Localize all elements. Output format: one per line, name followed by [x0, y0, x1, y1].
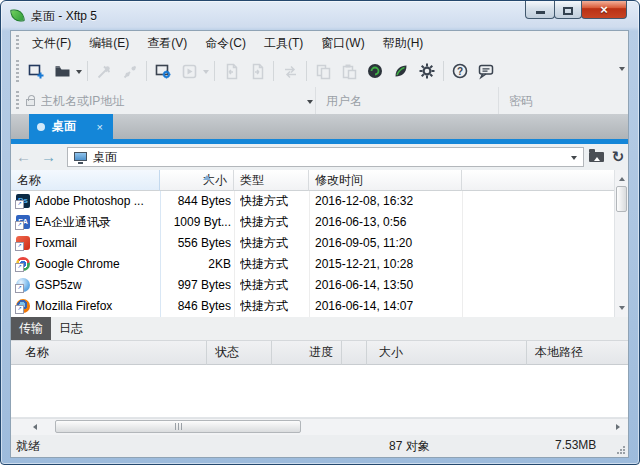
menu-item-edit[interactable]: 编辑(E): [80, 32, 138, 55]
maximize-icon: [563, 7, 573, 15]
file-row[interactable]: EA EA企业通讯录 1009 Byt... 快捷方式 2016-06-13, …: [11, 212, 614, 233]
file-name: EA企业通讯录: [35, 212, 159, 233]
new-session-button[interactable]: [23, 58, 49, 84]
copy-button[interactable]: [310, 58, 336, 84]
path-combobox[interactable]: 桌面: [67, 147, 584, 167]
horizontal-scrollbar[interactable]: [11, 418, 628, 435]
feedback-icon: [477, 62, 495, 80]
transfer-column-name[interactable]: 名称: [11, 341, 207, 365]
menu-drag-handle[interactable]: [16, 35, 19, 52]
menu-item-file[interactable]: 文件(F): [23, 32, 80, 55]
status-ready: 就绪: [16, 438, 40, 455]
file-modified: 2016-06-14, 13:50: [315, 275, 461, 296]
disconnect-button[interactable]: [117, 58, 143, 84]
xftp-window: 桌面 - Xftp 5 × 文件(F) 编辑(E) 查看(V) 命令(C) 工具…: [0, 0, 640, 465]
file-type: 快捷方式: [240, 212, 308, 233]
menu-item-help[interactable]: 帮助(H): [374, 32, 433, 55]
connect-button[interactable]: [91, 58, 117, 84]
tab-transfer[interactable]: 传输: [11, 317, 51, 340]
paste-button[interactable]: [336, 58, 362, 84]
path-dropdown-icon[interactable]: [571, 156, 577, 163]
open-dropdown-icon[interactable]: [76, 70, 82, 77]
scroll-down-button[interactable]: [615, 302, 629, 317]
tab-desktop[interactable]: 桌面 ×: [29, 114, 113, 139]
vertical-scroll-thumb[interactable]: [616, 186, 627, 212]
scroll-left-button[interactable]: [25, 419, 42, 435]
file-row[interactable]: GSP5zw 997 Bytes 快捷方式 2016-06-14, 13:50: [11, 275, 614, 296]
tab-log[interactable]: 日志: [51, 317, 91, 340]
file-name: Adobe Photoshop ...: [35, 191, 159, 212]
transfer-list-empty[interactable]: [11, 365, 628, 418]
password-input[interactable]: [509, 94, 628, 108]
close-button[interactable]: ×: [581, 1, 627, 19]
transfer-column-status[interactable]: 状态: [207, 341, 272, 365]
xshell-button[interactable]: [362, 58, 388, 84]
file-size: 1009 Byt...: [160, 212, 231, 233]
disconnect-icon: [122, 63, 139, 80]
column-header-type[interactable]: 类型: [234, 170, 309, 191]
feedback-button[interactable]: [473, 58, 499, 84]
file-size: 846 Bytes: [160, 296, 231, 317]
host-dropdown-icon[interactable]: [307, 100, 313, 107]
session-properties-button[interactable]: [150, 58, 176, 84]
menu-bar: 文件(F) 编辑(E) 查看(V) 命令(C) 工具(T) 窗口(W) 帮助(H…: [11, 31, 628, 55]
column-header-size[interactable]: 大小: [160, 170, 234, 191]
menu-item-tools[interactable]: 工具(T): [255, 32, 312, 55]
resize-grip-icon[interactable]: [623, 452, 625, 454]
maximize-button[interactable]: [554, 1, 582, 19]
menu-item-window[interactable]: 窗口(W): [312, 32, 373, 55]
open-folder-button[interactable]: [49, 58, 75, 84]
file-modified: 2016-06-14, 14:07: [315, 296, 461, 317]
toolbar-overflow-icon[interactable]: [619, 67, 625, 74]
toolbar-drag-handle[interactable]: [16, 60, 19, 82]
upload-icon: [223, 63, 240, 80]
download-button[interactable]: [244, 58, 270, 84]
column-header-modified[interactable]: 修改时间: [309, 170, 462, 191]
xftp-leaf-icon: [10, 8, 25, 23]
execute-icon: [181, 63, 198, 80]
title-bar[interactable]: 桌面 - Xftp 5 ×: [1, 1, 639, 30]
copy-icon: [315, 63, 332, 80]
username-input[interactable]: [326, 94, 498, 108]
scroll-up-button[interactable]: [615, 170, 629, 185]
help-button[interactable]: ?: [447, 58, 473, 84]
execute-dropdown-icon[interactable]: [203, 70, 209, 77]
file-name: Google Chrome: [35, 254, 159, 275]
vertical-scrollbar[interactable]: [614, 170, 628, 317]
execute-button[interactable]: [176, 58, 202, 84]
file-row[interactable]: Foxmail 556 Bytes 快捷方式 2016-09-05, 11:20: [11, 233, 614, 254]
settings-button[interactable]: [414, 58, 440, 84]
up-folder-button[interactable]: [586, 147, 606, 167]
menu-item-commands[interactable]: 命令(C): [196, 32, 255, 55]
refresh-button[interactable]: ↻: [608, 147, 628, 167]
triangle-up-icon: [619, 174, 625, 181]
transfer-column-localpath[interactable]: 本地路径: [527, 341, 628, 365]
back-button[interactable]: ←: [11, 147, 36, 167]
scroll-right-button[interactable]: [611, 419, 628, 435]
column-header-name[interactable]: 名称: [11, 170, 160, 191]
file-row[interactable]: Google Chrome 2KB 快捷方式 2015-12-21, 10:28: [11, 254, 614, 275]
xftp-button[interactable]: [388, 58, 414, 84]
file-row[interactable]: Mozilla Firefox 846 Bytes 快捷方式 2016-06-1…: [11, 296, 614, 317]
host-input[interactable]: [41, 94, 306, 108]
tab-close-icon[interactable]: ×: [95, 121, 105, 133]
horizontal-scroll-thumb[interactable]: [55, 420, 301, 433]
upload-button[interactable]: [218, 58, 244, 84]
session-status-icon: [37, 123, 45, 131]
addressbar-drag-handle[interactable]: [16, 91, 19, 110]
lock-icon: [26, 99, 35, 106]
sort-ascending-icon: [203, 171, 211, 180]
minimize-icon: [536, 11, 545, 14]
file-type: 快捷方式: [240, 296, 308, 317]
file-type: 快捷方式: [240, 233, 308, 254]
transfer-swap-button[interactable]: [277, 58, 303, 84]
file-row[interactable]: Ps Adobe Photoshop ... 844 Bytes 快捷方式 20…: [11, 191, 614, 212]
transfer-column-size[interactable]: 大小: [367, 341, 527, 365]
transfer-column-progress[interactable]: 进度: [272, 341, 342, 365]
minimize-button[interactable]: [525, 1, 555, 19]
forward-button[interactable]: →: [36, 147, 61, 167]
file-modified: 2016-09-05, 11:20: [315, 233, 461, 254]
menu-item-view[interactable]: 查看(V): [138, 32, 196, 55]
foxmail-shortcut-icon: [16, 236, 30, 250]
file-list: 名称 大小 类型 修改时间 Ps Adobe Photoshop ... 844…: [11, 170, 628, 317]
